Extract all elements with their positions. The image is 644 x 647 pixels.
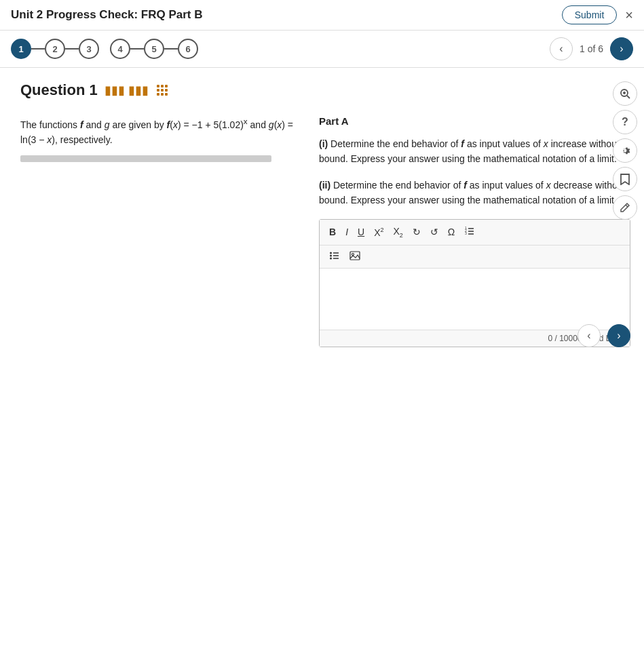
svg-point-22 <box>352 253 354 255</box>
step-3[interactable]: 3 <box>79 39 99 59</box>
bottom-prev-button[interactable]: ‹ <box>577 324 601 347</box>
step-group-2: 4 5 6 <box>110 39 198 59</box>
svg-line-24 <box>627 96 630 98</box>
editor-toolbar-row2 <box>320 246 630 269</box>
question-left-col: The functions f and g are given by f(x) … <box>20 115 305 347</box>
step-line-1-2 <box>31 48 45 50</box>
close-button[interactable]: × <box>625 7 633 23</box>
prev-nav-button[interactable]: ‹ <box>550 37 573 60</box>
svg-rect-6 <box>157 93 159 96</box>
step-line-4-5 <box>130 48 144 50</box>
zoom-button[interactable] <box>613 81 637 106</box>
part-i-instruction: (i) Determine the end behavior of f as i… <box>319 136 630 167</box>
svg-rect-1 <box>161 85 164 87</box>
step-4[interactable]: 4 <box>110 39 130 59</box>
step-6[interactable]: 6 <box>178 39 198 59</box>
step-5[interactable]: 5 <box>144 39 164 59</box>
step-line-2-3 <box>65 48 79 50</box>
part-ii-instruction: (ii) Determine the end behavior of f as … <box>319 178 630 208</box>
step-line-5-6 <box>164 48 178 50</box>
next-nav-button[interactable]: › <box>610 37 633 60</box>
svg-text:3: 3 <box>465 231 467 235</box>
step-navigation: 1 2 3 4 5 6 <box>11 39 209 59</box>
bookmark-button[interactable] <box>613 167 637 191</box>
svg-rect-4 <box>161 89 164 92</box>
question-text: The functions f and g are given by f(x) … <box>20 115 305 147</box>
answer-text-area[interactable] <box>320 269 630 330</box>
question-title-row: Question 1 ▮▮▮ ▮▮▮ <box>20 81 630 99</box>
editor-toolbar: B I U X2 X2 ↻ ↺ Ω 1 <box>320 220 630 246</box>
italic-button[interactable]: I <box>341 224 352 241</box>
page-title: Unit 2 Progress Check: FRQ Part B <box>11 8 202 22</box>
calculator-icon-svg <box>155 83 169 97</box>
submit-button[interactable]: Submit <box>562 5 618 24</box>
app-header: Unit 2 Progress Check: FRQ Part B Submit… <box>0 0 644 31</box>
unordered-list-button[interactable] <box>325 248 344 265</box>
svg-point-18 <box>330 252 332 254</box>
bookmark-icon <box>620 173 630 185</box>
question-right-col: Part A (i) Determine the end behavior of… <box>319 115 630 347</box>
help-button[interactable]: ? <box>613 110 637 134</box>
undo-button[interactable]: ↻ <box>409 224 425 241</box>
redo-button[interactable]: ↺ <box>426 224 442 241</box>
question-body: The functions f and g are given by f(x) … <box>20 115 630 347</box>
svg-rect-2 <box>165 85 168 87</box>
edit-icon <box>619 201 631 214</box>
page-indicator: 1 of 6 <box>580 43 603 54</box>
nav-bar: 1 2 3 4 5 6 ‹ 1 of 6 › <box>0 31 644 68</box>
svg-rect-0 <box>157 85 159 87</box>
nav-right: ‹ 1 of 6 › <box>550 37 633 60</box>
superscript-button[interactable]: X2 <box>370 224 387 241</box>
svg-rect-7 <box>161 93 164 96</box>
step-group-1: 1 2 3 <box>11 39 99 59</box>
calculator-icon: ▮▮▮ ▮▮▮ <box>105 83 149 98</box>
svg-point-19 <box>330 254 332 256</box>
svg-line-27 <box>626 205 628 207</box>
gear-icon <box>619 144 631 157</box>
subscript-button[interactable]: X2 <box>390 224 407 241</box>
svg-point-20 <box>330 257 332 259</box>
bottom-nav: ‹ › <box>577 324 630 347</box>
help-icon: ? <box>622 116 628 128</box>
svg-rect-5 <box>165 89 168 92</box>
question-title: Question 1 <box>20 81 98 99</box>
svg-rect-3 <box>157 89 159 92</box>
image-placeholder <box>20 155 271 162</box>
step-2[interactable]: 2 <box>45 39 65 59</box>
bold-button[interactable]: B <box>325 224 340 241</box>
omega-button[interactable]: Ω <box>444 224 459 241</box>
settings-button[interactable] <box>613 138 637 163</box>
step-1[interactable]: 1 <box>11 39 31 59</box>
ordered-list-button[interactable]: 1 2 3 <box>460 224 479 241</box>
main-content: Question 1 ▮▮▮ ▮▮▮ The functions f and g… <box>0 68 644 361</box>
underline-button[interactable]: U <box>354 224 368 241</box>
part-label: Part A <box>319 115 630 127</box>
image-insert-button[interactable] <box>345 248 364 265</box>
header-actions: Submit × <box>562 5 633 24</box>
svg-rect-8 <box>165 93 168 96</box>
edit-button[interactable] <box>613 195 637 220</box>
right-sidebar: ? <box>613 81 637 220</box>
bottom-next-button[interactable]: › <box>607 324 630 347</box>
